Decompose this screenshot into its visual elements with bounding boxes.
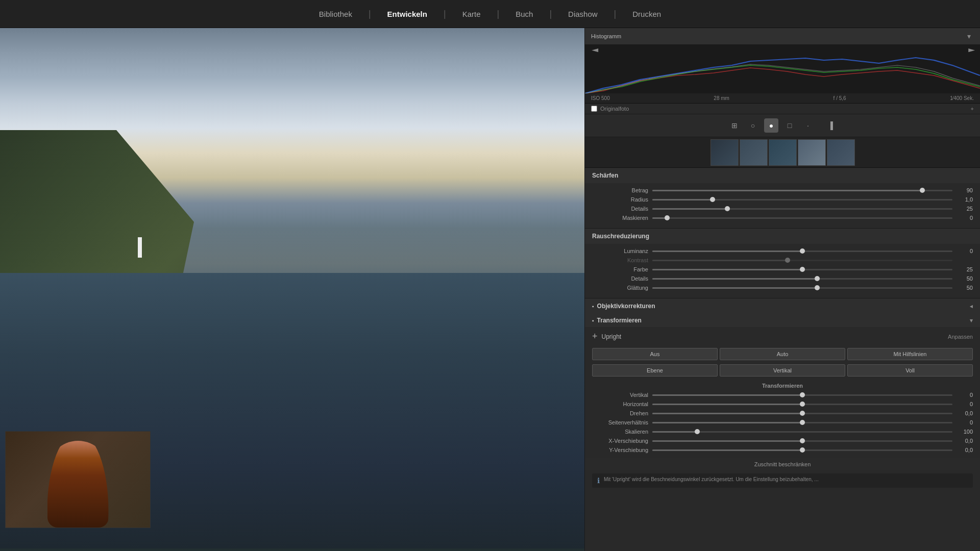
maskieren-row: Maskieren 0 <box>592 215 973 221</box>
transformieren-header[interactable]: ▪ Transformieren ▾ <box>585 314 980 327</box>
histogram-expand-btn[interactable]: ▾ <box>964 31 974 41</box>
luminanz-row: Luminanz 0 <box>592 248 973 254</box>
upright-label: Upright <box>602 333 638 340</box>
btn-voll[interactable]: Voll <box>847 364 973 377</box>
anpassen-label: Anpassen <box>948 334 973 340</box>
schaerfen-header[interactable]: Schärfen <box>585 168 980 183</box>
x-verschiebung-slider[interactable] <box>652 440 952 442</box>
photo-area <box>0 28 584 551</box>
maskieren-value: 0 <box>957 215 973 221</box>
film-thumb-1[interactable] <box>710 139 739 166</box>
rausch-details-slider[interactable] <box>652 278 952 280</box>
details-row: Details 25 <box>592 206 973 212</box>
originalfoto-checkbox[interactable] <box>591 106 597 112</box>
transform-expand-icon[interactable]: ▾ <box>970 317 973 324</box>
rausch-header[interactable]: Rauschreduzierung <box>585 229 980 244</box>
btn-ebene[interactable]: Ebene <box>592 364 718 377</box>
separator-5: | <box>614 9 617 19</box>
vertikal-slider[interactable] <box>652 394 952 396</box>
film-thumb-2[interactable] <box>740 139 768 166</box>
seitenverhaeltnis-value: 0 <box>957 419 973 425</box>
details-label: Details <box>592 206 648 212</box>
webcam-overlay <box>5 431 151 528</box>
separator-3: | <box>497 9 499 19</box>
horizontal-value: 0 <box>957 401 973 407</box>
betrag-value: 90 <box>957 187 973 193</box>
circle-filled-tool[interactable]: ● <box>764 118 778 133</box>
betrag-label: Betrag <box>592 187 648 193</box>
luminanz-value: 0 <box>957 248 973 254</box>
film-thumb-4[interactable] <box>798 139 826 166</box>
aperture-value: f / 5,6 <box>834 95 846 101</box>
square-tool[interactable]: □ <box>782 118 797 133</box>
luminanz-slider[interactable] <box>652 251 952 252</box>
originalfoto-row: Originalfoto + <box>585 104 980 114</box>
glaettung-label: Glättung <box>592 285 648 291</box>
glaettung-slider[interactable] <box>652 287 952 289</box>
rausch-details-value: 50 <box>957 276 973 282</box>
objek-settings-icon[interactable]: ◂ <box>970 303 973 310</box>
lighthouse <box>138 237 142 258</box>
vertikal-row: Vertikal 0 <box>592 392 973 398</box>
menu-karte[interactable]: Karte <box>458 8 485 20</box>
info-box: ℹ Mit 'Upright' wird die Beschneidungswi… <box>592 473 973 488</box>
horizontal-slider[interactable] <box>652 404 952 405</box>
btn-vertikal[interactable]: Vertikal <box>720 364 845 377</box>
details-value: 25 <box>957 206 973 212</box>
histogram-chart: ◄ ► <box>585 45 980 93</box>
objek-collapse-icon: ▪ <box>592 304 594 309</box>
btn-aus[interactable]: Aus <box>592 348 718 360</box>
info-text: Mit 'Upright' wird die Beschneidungswink… <box>604 477 819 482</box>
y-verschiebung-row: Y-Verschiebung 0,0 <box>592 447 973 453</box>
btn-auto[interactable]: Auto <box>720 348 845 360</box>
horizontal-row: Horizontal 0 <box>592 401 973 407</box>
seitenverhaeltnis-slider[interactable] <box>652 422 952 423</box>
shutter-value: 1⁄400 Sek. <box>950 95 974 101</box>
y-verschiebung-value: 0,0 <box>957 447 973 453</box>
film-thumb-5[interactable] <box>827 139 855 166</box>
radius-label: Radius <box>592 196 648 203</box>
maskieren-slider[interactable] <box>652 217 952 219</box>
farbe-row: Farbe 25 <box>592 266 973 272</box>
circle-tool[interactable]: ○ <box>746 118 760 133</box>
radius-slider[interactable] <box>652 199 952 201</box>
filmstrip <box>585 137 980 168</box>
skalieren-slider[interactable] <box>652 431 952 433</box>
slider-tool[interactable]: ▐ <box>823 118 838 133</box>
glaettung-row: Glättung 50 <box>592 285 973 291</box>
menu-entwickeln[interactable]: Entwickeln <box>383 8 431 20</box>
separator-1: | <box>369 9 371 19</box>
menu-bibliothek[interactable]: Bibliothek <box>315 8 356 20</box>
zuschnitt-header: Zuschnitt beschränken <box>585 458 980 470</box>
transform-sliders: Transformieren Vertikal 0 Horizontal 0 D… <box>585 381 980 458</box>
y-verschiebung-label: Y-Verschiebung <box>592 447 648 453</box>
x-verschiebung-label: X-Verschiebung <box>592 438 648 444</box>
vertikal-label: Vertikal <box>592 392 648 398</box>
betrag-slider[interactable] <box>652 190 952 191</box>
toolbar: ⊞ ○ ● □ · ▐ <box>585 114 980 137</box>
details-slider[interactable] <box>652 208 952 210</box>
histogram-canvas: ◄ ► <box>585 45 980 93</box>
x-verschiebung-row: X-Verschiebung 0,0 <box>592 438 973 444</box>
grid-tool[interactable]: ⊞ <box>727 118 742 133</box>
film-thumb-3[interactable] <box>769 139 797 166</box>
drehen-slider[interactable] <box>652 413 952 414</box>
skalieren-value: 100 <box>957 429 973 435</box>
farbe-label: Farbe <box>592 266 648 272</box>
upright-plus-icon[interactable]: + <box>592 331 598 342</box>
dot-tool[interactable]: · <box>801 118 815 133</box>
radius-value: 1,0 <box>957 196 973 203</box>
originalfoto-plus[interactable]: + <box>971 106 974 112</box>
y-verschiebung-slider[interactable] <box>652 449 952 451</box>
farbe-slider[interactable] <box>652 269 952 270</box>
menu-drucken[interactable]: Drucken <box>628 8 665 20</box>
objektivkorrekturen-header[interactable]: ▪ Objektivkorrekturen ◂ <box>585 298 980 314</box>
btn-mit-hilfslinien[interactable]: Mit Hilfslinien <box>847 348 973 360</box>
histogram-header: Histogramm ▾ <box>585 28 980 45</box>
menu-diashow[interactable]: Diashow <box>564 8 602 20</box>
drehen-value: 0,0 <box>957 410 973 416</box>
rausch-details-label: Details <box>592 276 648 282</box>
menu-buch[interactable]: Buch <box>511 8 537 20</box>
objek-label: Objektivkorrekturen <box>597 303 655 310</box>
farbe-value: 25 <box>957 266 973 272</box>
